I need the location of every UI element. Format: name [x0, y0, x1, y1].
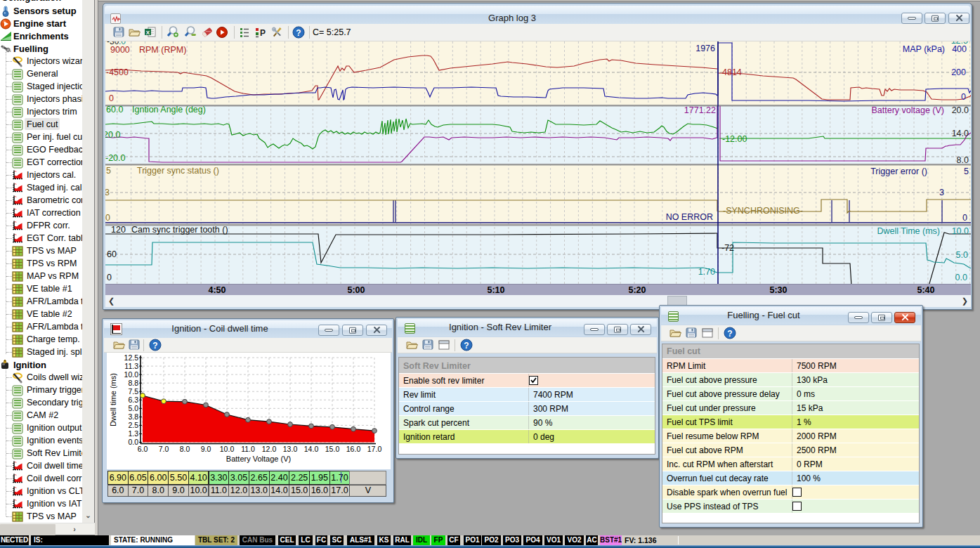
svg-text:6.3: 6.3: [128, 396, 138, 404]
svg-text:MAP (kPa): MAP (kPa): [903, 44, 945, 54]
svg-text:Trigger sync status (): Trigger sync status (): [137, 166, 219, 176]
svg-text:200: 200: [951, 67, 966, 77]
svg-text:?: ?: [464, 341, 469, 351]
svg-text:0: 0: [962, 213, 967, 223]
svg-text:1976: 1976: [695, 44, 715, 53]
svg-text:60: 60: [107, 249, 117, 259]
svg-text:4814: 4814: [722, 67, 742, 77]
svg-text:-12.00: -12.00: [722, 134, 747, 144]
svg-text:RPM (RPM): RPM (RPM): [139, 45, 186, 55]
svg-text:9000: 9000: [110, 45, 130, 55]
svg-text:3.8: 3.8: [128, 412, 138, 421]
svg-text:?: ?: [152, 341, 157, 351]
svg-text:20.0: 20.0: [952, 105, 969, 115]
svg-text:0.0: 0.0: [955, 273, 967, 282]
svg-text:Igntion Angle (deg): Igntion Angle (deg): [132, 105, 206, 115]
svg-text:NO ERROR: NO ERROR: [666, 212, 713, 222]
svg-text:0: 0: [109, 93, 114, 103]
svg-text:-SYNCHRONISING-: -SYNCHRONISING-: [723, 206, 803, 216]
svg-text:Cam sync trigger tooth (): Cam sync trigger tooth (): [131, 225, 228, 235]
svg-text:?: ?: [727, 329, 732, 339]
svg-text:5.0: 5.0: [128, 404, 138, 412]
svg-text:120: 120: [111, 225, 126, 235]
svg-text:7.0: 7.0: [159, 445, 169, 453]
svg-text:1771.22: 1771.22: [684, 105, 716, 115]
svg-text:-4500: -4500: [106, 67, 129, 77]
svg-text:12.0: 12.0: [262, 445, 277, 453]
svg-text:1.70: 1.70: [698, 267, 715, 277]
svg-text:13.0: 13.0: [283, 445, 298, 453]
svg-text:14.0: 14.0: [304, 445, 319, 453]
svg-text:400: 400: [952, 44, 967, 54]
svg-text:7.5: 7.5: [128, 387, 138, 396]
svg-text:5: 5: [964, 167, 969, 176]
svg-text:Dwell Time (ms): Dwell Time (ms): [877, 226, 940, 236]
svg-text:11.0: 11.0: [241, 445, 255, 453]
svg-text:16.0: 16.0: [346, 445, 361, 453]
svg-text:0: 0: [107, 273, 112, 282]
svg-text:2.5: 2.5: [128, 421, 138, 429]
svg-text:-72: -72: [721, 243, 734, 253]
svg-text:8.0: 8.0: [180, 445, 190, 453]
svg-text:Battery voltage (V): Battery voltage (V): [871, 105, 944, 115]
svg-text:10.0: 10.0: [952, 226, 969, 236]
svg-text:8.8: 8.8: [128, 379, 138, 387]
svg-text:8.0: 8.0: [957, 155, 969, 165]
svg-text:Battery Voltage (V): Battery Voltage (V): [226, 455, 291, 463]
svg-text:?: ?: [296, 28, 301, 38]
svg-text:6.0: 6.0: [138, 445, 148, 453]
svg-text:0: 0: [961, 92, 966, 102]
svg-text:Dwell time (ms): Dwell time (ms): [109, 373, 117, 426]
svg-text:10.0: 10.0: [220, 445, 235, 453]
svg-text:5.0: 5.0: [956, 250, 968, 260]
svg-text:3: 3: [939, 188, 944, 197]
svg-text:3: 3: [105, 188, 110, 197]
svg-text:17.0: 17.0: [367, 445, 382, 453]
svg-text:12.5: 12.5: [124, 353, 139, 362]
svg-text:14.0: 14.0: [952, 129, 969, 138]
svg-text:X: X: [146, 30, 150, 36]
svg-text:0: 0: [105, 213, 110, 223]
svg-text:5: 5: [106, 166, 111, 176]
svg-text:Trigger error (): Trigger error (): [870, 167, 927, 176]
svg-text:P: P: [260, 28, 266, 38]
svg-text:10.0: 10.0: [124, 370, 139, 379]
svg-text:9.0: 9.0: [201, 445, 211, 453]
svg-text:60.0: 60.0: [106, 105, 123, 115]
svg-text:11.3: 11.3: [124, 362, 138, 370]
svg-text:20.0: 20.0: [105, 130, 120, 140]
svg-text:1.3: 1.3: [128, 429, 138, 438]
svg-text:-20.0: -20.0: [105, 153, 126, 163]
svg-text:15.0: 15.0: [325, 445, 340, 453]
